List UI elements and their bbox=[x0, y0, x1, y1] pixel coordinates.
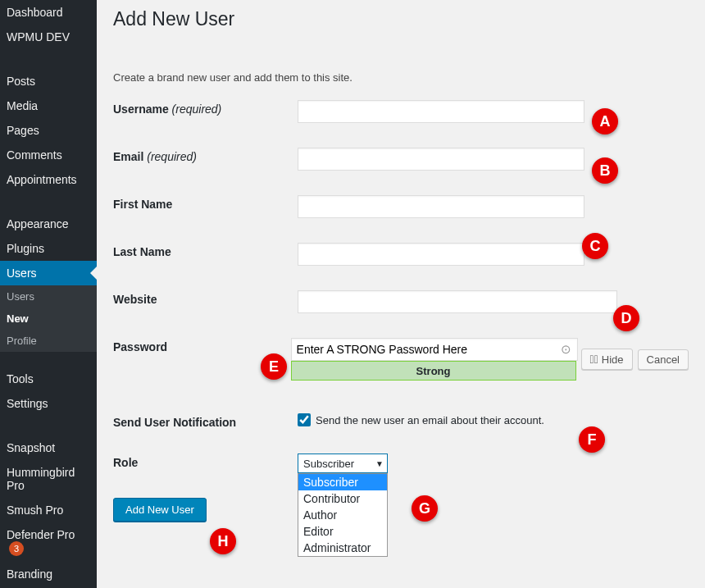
page-title: Add New User bbox=[113, 8, 689, 30]
password-strength: Strong bbox=[291, 361, 576, 381]
sidebar-item-label: Defender Pro bbox=[7, 528, 75, 541]
sidebar-item-dashboard[interactable]: Dashboard bbox=[0, 0, 97, 25]
row-email: Email (required) bbox=[113, 148, 689, 171]
label-lastname: Last Name bbox=[113, 243, 298, 258]
label-notification: Send User Notification bbox=[113, 413, 298, 429]
website-input[interactable] bbox=[298, 290, 617, 313]
sidebar-item-posts[interactable]: Posts bbox=[0, 69, 97, 93]
sidebar-sub-new[interactable]: New bbox=[0, 308, 97, 330]
row-notification: Send User Notification Send the new user… bbox=[113, 413, 689, 429]
sidebar-item-pages[interactable]: Pages bbox=[0, 118, 97, 143]
chevron-down-icon: ▼ bbox=[375, 459, 384, 468]
admin-sidebar: Dashboard WPMU DEV Posts Media Pages Com… bbox=[0, 0, 97, 588]
role-option-subscriber[interactable]: Subscriber bbox=[298, 474, 387, 490]
sidebar-item-tools[interactable]: Tools bbox=[0, 367, 97, 391]
row-lastname: Last Name bbox=[113, 243, 689, 266]
sidebar-item-media[interactable]: Media bbox=[0, 93, 97, 118]
sidebar-sub-profile[interactable]: Profile bbox=[0, 330, 97, 352]
sidebar-item-appointments[interactable]: Appointments bbox=[0, 167, 97, 192]
role-select[interactable]: Subscriber▼ bbox=[298, 454, 388, 473]
row-username: Username (required) bbox=[113, 100, 689, 123]
label-firstname: First Name bbox=[113, 195, 298, 211]
sidebar-item-hummingbird[interactable]: Hummingbird Pro bbox=[0, 460, 97, 498]
role-dropdown: Subscriber Contributor Author Editor Adm… bbox=[298, 473, 388, 557]
sidebar-item-snapshot[interactable]: Snapshot bbox=[0, 435, 97, 460]
notification-text: Send the new user an email about their a… bbox=[316, 414, 544, 426]
sidebar-sub-users[interactable]: Users bbox=[0, 285, 97, 308]
label-username: Username (required) bbox=[113, 100, 298, 116]
row-role: Role Subscriber▼ Subscriber Contributor … bbox=[113, 454, 689, 473]
sidebar-submenu-users: Users New Profile bbox=[0, 285, 97, 352]
eye-slash-icon: 👁̸ bbox=[590, 353, 598, 366]
lastname-input[interactable] bbox=[298, 243, 584, 266]
firstname-input[interactable] bbox=[298, 195, 584, 218]
sidebar-item-smush[interactable]: Smush Pro bbox=[0, 498, 97, 522]
badge: 3 bbox=[9, 541, 24, 556]
username-input[interactable] bbox=[298, 100, 584, 123]
password-input[interactable] bbox=[291, 338, 578, 361]
role-option-editor[interactable]: Editor bbox=[298, 523, 387, 540]
row-firstname: First Name bbox=[113, 195, 689, 218]
label-website: Website bbox=[113, 290, 298, 306]
label-role: Role bbox=[113, 454, 298, 469]
notification-checkbox[interactable] bbox=[298, 413, 311, 426]
role-option-administrator[interactable]: Administrator bbox=[298, 540, 387, 556]
sidebar-item-appearance[interactable]: Appearance bbox=[0, 212, 97, 236]
email-input[interactable] bbox=[298, 148, 584, 171]
row-website: Website bbox=[113, 290, 689, 313]
sidebar-item-comments[interactable]: Comments bbox=[0, 143, 97, 167]
page-description: Create a brand new user and add them to … bbox=[113, 71, 689, 84]
sidebar-item-users[interactable]: Users bbox=[0, 261, 97, 285]
sidebar-item-settings[interactable]: Settings bbox=[0, 391, 97, 416]
main-content: Add New User Create a brand new user and… bbox=[97, 0, 705, 588]
label-email: Email (required) bbox=[113, 148, 298, 163]
add-new-user-button[interactable]: Add New User bbox=[113, 498, 207, 522]
sidebar-item-branding[interactable]: Branding bbox=[0, 562, 97, 586]
role-option-contributor[interactable]: Contributor bbox=[298, 490, 387, 507]
row-password: Password ⊙ Strong 👁̸Hide Cancel bbox=[113, 338, 689, 381]
sidebar-item-defender[interactable]: Defender Pro3 bbox=[0, 522, 97, 562]
cancel-password-button[interactable]: Cancel bbox=[638, 349, 689, 370]
sidebar-item-plugins[interactable]: Plugins bbox=[0, 236, 97, 261]
sidebar-item-wpmudev[interactable]: WPMU DEV bbox=[0, 25, 97, 49]
hide-password-button[interactable]: 👁̸Hide bbox=[581, 349, 633, 370]
label-password: Password bbox=[113, 338, 291, 353]
role-option-author[interactable]: Author bbox=[298, 507, 387, 523]
